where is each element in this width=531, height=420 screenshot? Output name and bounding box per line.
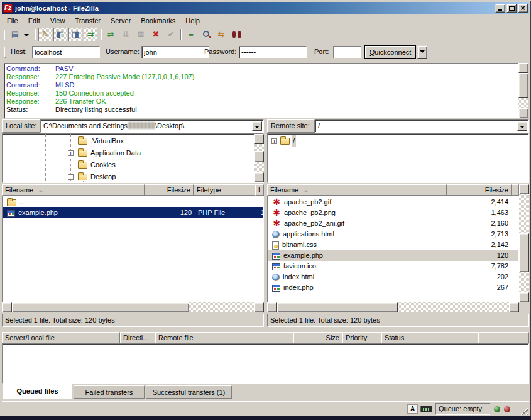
list-item[interactable]: favicon.ico 7,782 <box>268 261 518 272</box>
toggle-remote-tree-button[interactable]: ◨ <box>68 28 82 41</box>
scroll-up-button[interactable] <box>254 134 264 144</box>
log-message: 150 Connection accepted <box>55 89 134 97</box>
list-item[interactable]: apache_pb2.gif 2,414 <box>268 197 518 207</box>
list-item[interactable]: applications.html 2,713 <box>268 229 518 240</box>
tree-item[interactable]: Cookies <box>3 159 263 171</box>
tree-item[interactable]: .VirtualBox <box>3 135 263 147</box>
title-bar[interactable]: Fz john@localhost - FileZilla × <box>2 2 529 14</box>
list-item[interactable]: index.html 202 <box>268 272 518 282</box>
find-button[interactable] <box>229 28 243 41</box>
local-hscrollbar[interactable] <box>2 302 264 312</box>
reconnect-button[interactable]: ✔ <box>164 28 178 41</box>
log-type: Status: <box>6 106 55 114</box>
maximize-button[interactable] <box>506 4 517 13</box>
list-item[interactable]: apache_pb2_ani.gif 2,160 <box>268 218 518 229</box>
close-button[interactable]: × <box>518 4 528 13</box>
resize-grip[interactable] <box>518 404 528 415</box>
scroll-down-button[interactable] <box>519 292 529 302</box>
toggle-queue-button[interactable]: ⇉ <box>84 28 97 41</box>
menu-file[interactable]: File <box>2 16 23 26</box>
local-column-filesize[interactable]: Filesize <box>145 184 194 196</box>
file-search-button[interactable] <box>199 28 213 41</box>
expand-icon[interactable]: + <box>68 150 74 156</box>
scrollbar-thumb[interactable] <box>519 233 529 272</box>
list-item[interactable]: index.php 267 <box>268 282 518 293</box>
refresh-button[interactable]: ⇄ <box>104 28 118 41</box>
toggle-local-tree-button[interactable]: ◧ <box>53 28 67 41</box>
local-column-filetype[interactable]: Filetype <box>194 184 255 196</box>
list-item[interactable]: example.php 120 <box>268 250 518 261</box>
local-column-filename[interactable]: Filename <box>2 184 145 196</box>
menu-help[interactable]: Help <box>180 16 205 26</box>
scroll-down-button[interactable] <box>254 172 264 182</box>
log-scrollbar[interactable] <box>518 63 528 118</box>
remote-list-scrollbar[interactable] <box>519 184 529 302</box>
scroll-up-button[interactable] <box>518 63 528 73</box>
quickbar-grip[interactable] <box>4 47 6 58</box>
site-manager-button[interactable]: ▤ <box>8 28 22 41</box>
list-item[interactable]: example.php 120 PHP File 1 <box>3 207 263 218</box>
local-site-dropdown-button[interactable] <box>252 121 262 131</box>
minimize-button[interactable] <box>495 4 505 13</box>
tree-item[interactable]: + / <box>268 135 528 147</box>
disconnect-button[interactable]: ✖ <box>149 28 163 41</box>
queue-column-serverlocal[interactable]: Server/Local file <box>2 332 120 343</box>
menu-view[interactable]: View <box>45 16 70 26</box>
scroll-right-button[interactable] <box>509 302 519 312</box>
collapse-icon[interactable]: − <box>68 174 74 180</box>
queue-column-remotefile[interactable]: Remote file <box>155 332 293 343</box>
transfer-queue-list[interactable] <box>2 343 529 384</box>
menu-edit[interactable]: Edit <box>23 16 45 26</box>
scroll-up-button[interactable] <box>519 184 529 194</box>
list-item[interactable]: apache_pb2.png 1,463 <box>268 207 518 218</box>
filezilla-icon[interactable]: Fz <box>3 4 13 13</box>
list-item[interactable]: bitnami.css 2,142 <box>268 240 518 250</box>
transfer-type-icon[interactable]: A <box>407 404 418 414</box>
menu-server[interactable]: Server <box>106 16 136 26</box>
tree-item[interactable]: − Desktop <box>3 171 263 183</box>
speedlimit-icon[interactable] <box>420 406 432 412</box>
username-input[interactable] <box>141 46 209 58</box>
scrollbar-thumb[interactable] <box>518 73 528 98</box>
scroll-right-button[interactable] <box>254 302 264 312</box>
remote-column-filesize[interactable]: Filesize <box>447 184 512 196</box>
tree-item[interactable]: + Application Data <box>3 147 263 159</box>
cancel-button[interactable]: ⊠ <box>134 28 148 41</box>
remote-hscrollbar[interactable] <box>267 302 519 312</box>
process-queue-button[interactable]: ⇊ <box>119 28 133 41</box>
sync-browse-button[interactable]: ⇆ <box>214 28 228 41</box>
host-input[interactable] <box>32 46 100 58</box>
file-size: 2,414 <box>448 197 511 207</box>
local-tree-scrollbar[interactable] <box>254 134 264 182</box>
scrollbar-thumb[interactable] <box>277 302 398 312</box>
menu-bookmarks[interactable]: Bookmarks <box>136 16 180 26</box>
scrollbar-thumb[interactable] <box>254 151 264 162</box>
remote-site-combobox[interactable]: / <box>315 119 529 133</box>
local-site-combobox[interactable]: C:\Documents and Settings\Desktop\ <box>40 119 264 133</box>
scroll-down-button[interactable] <box>518 108 528 118</box>
quickconnect-dropdown-button[interactable] <box>417 45 427 59</box>
queue-column-status[interactable]: Status <box>381 332 478 343</box>
remote-site-dropdown-button[interactable] <box>517 121 527 131</box>
quickconnect-button[interactable]: Quickconnect <box>364 45 416 59</box>
queue-column-size[interactable]: Size <box>293 332 342 343</box>
tab-failed-transfers[interactable]: Failed transfers <box>74 385 145 399</box>
scroll-left-button[interactable] <box>2 302 12 312</box>
password-input[interactable] <box>239 46 307 58</box>
scroll-left-button[interactable] <box>267 302 277 312</box>
expand-icon[interactable]: + <box>271 138 277 144</box>
local-column-lastmodified[interactable]: L <box>255 184 264 196</box>
scrollbar-thumb[interactable] <box>12 302 189 312</box>
queue-column-priority[interactable]: Priority <box>342 332 381 343</box>
toggle-log-button[interactable]: ✎ <box>38 28 52 41</box>
queue-column-direction[interactable]: Directi... <box>120 332 155 343</box>
filter-button[interactable]: ≡ <box>184 28 198 41</box>
menu-transfer[interactable]: Transfer <box>70 16 106 26</box>
site-manager-dropdown-button[interactable] <box>22 28 31 41</box>
port-input[interactable] <box>333 46 361 58</box>
toolbar-grip[interactable] <box>4 30 6 40</box>
tab-successful-transfers[interactable]: Successful transfers (1) <box>146 385 232 399</box>
list-item[interactable]: .. <box>3 197 263 207</box>
remote-column-filename[interactable]: Filename <box>267 184 447 196</box>
tab-queued-files[interactable]: Queued files <box>3 384 72 399</box>
